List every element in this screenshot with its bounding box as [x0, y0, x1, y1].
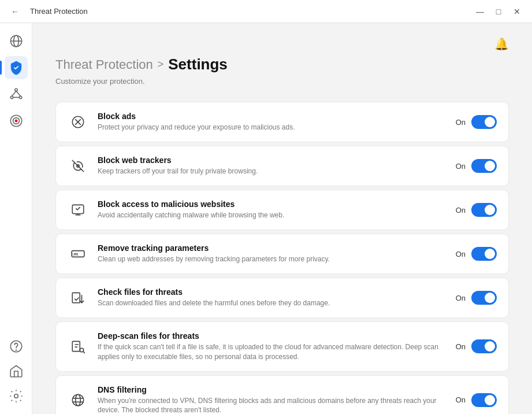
toggle-remove-tracking[interactable]	[471, 247, 497, 261]
svg-point-5	[19, 96, 21, 98]
sidebar-bottom	[5, 333, 28, 409]
home-icon	[9, 364, 24, 379]
setting-title-dns-filtering: DNS filtering	[98, 385, 447, 394]
setting-card-dns-filtering: DNS filtering When you're connected to V…	[55, 375, 509, 414]
window-controls: — □ ✕	[472, 3, 525, 20]
sidebar-item-shield[interactable]	[5, 56, 28, 79]
setting-control-check-files: On	[456, 291, 497, 305]
toggle-block-trackers[interactable]	[471, 159, 497, 173]
maximize-icon: □	[496, 7, 501, 16]
toggle-block-ads[interactable]	[471, 115, 497, 129]
block-malicious-icon	[68, 199, 88, 220]
block-trackers-icon	[68, 156, 88, 176]
setting-desc-dns-filtering: When you're connected to VPN, DNS filter…	[98, 396, 447, 414]
setting-card-deep-scan: Deep-scan files for threats If the quick…	[55, 321, 509, 372]
maximize-button[interactable]: □	[490, 3, 507, 20]
svg-point-24	[76, 394, 81, 406]
svg-point-23	[72, 394, 84, 406]
setting-title-check-files: Check files for threats	[98, 287, 447, 297]
breadcrumb-current: Settings	[168, 56, 228, 73]
app-body: 🔔 Threat Protection > Settings Customize…	[0, 23, 532, 414]
mesh-icon	[9, 87, 24, 102]
setting-card-block-trackers: Block web trackers Keep trackers off you…	[55, 146, 509, 186]
setting-title-deep-scan: Deep-scan files for threats	[98, 331, 447, 341]
setting-control-remove-tracking: On	[456, 247, 497, 261]
bell-icon[interactable]: 🔔	[494, 37, 509, 51]
breadcrumb: Threat Protection > Settings	[55, 56, 509, 73]
setting-info-dns-filtering: DNS filtering When you're connected to V…	[98, 385, 447, 414]
sidebar-item-target[interactable]	[5, 109, 28, 132]
toggle-slider-block-trackers	[471, 159, 497, 173]
svg-point-14	[14, 394, 18, 398]
breadcrumb-parent[interactable]: Threat Protection	[55, 57, 153, 72]
setting-title-block-trackers: Block web trackers	[98, 156, 447, 165]
toggle-slider-block-ads	[471, 115, 497, 129]
sidebar	[0, 23, 32, 414]
setting-info-block-ads: Block ads Protect your privacy and reduc…	[98, 112, 447, 132]
setting-status-deep-scan: On	[456, 342, 466, 351]
svg-point-13	[16, 350, 16, 350]
setting-status-remove-tracking: On	[456, 250, 466, 258]
minimize-button[interactable]: —	[472, 3, 488, 20]
sidebar-item-home[interactable]	[5, 360, 28, 383]
toggle-slider-block-malicious	[471, 203, 497, 217]
setting-status-dns-filtering: On	[456, 395, 466, 404]
svg-point-11	[15, 120, 17, 121]
block-ads-icon	[68, 112, 88, 132]
sidebar-item-mesh[interactable]	[5, 83, 28, 106]
setting-desc-block-trackers: Keep trackers off your trail for truly p…	[98, 167, 447, 176]
setting-control-block-trackers: On	[456, 159, 497, 173]
main-content: 🔔 Threat Protection > Settings Customize…	[32, 23, 532, 414]
svg-rect-21	[72, 342, 80, 352]
setting-status-block-ads: On	[456, 118, 466, 127]
sidebar-item-settings[interactable]	[5, 385, 28, 408]
globe-icon	[9, 34, 24, 49]
toggle-slider-remove-tracking	[471, 247, 497, 261]
setting-control-dns-filtering: On	[456, 393, 497, 407]
window-title: Threat Protection	[30, 7, 88, 16]
svg-point-4	[10, 96, 13, 98]
remove-tracking-icon: URL	[68, 243, 88, 264]
dns-filtering-icon	[68, 390, 88, 411]
breadcrumb-arrow: >	[158, 58, 164, 71]
setting-title-block-malicious: Block access to malicious websites	[98, 199, 447, 209]
target-icon	[9, 113, 24, 128]
sidebar-item-globe[interactable]	[5, 29, 28, 53]
setting-control-block-ads: On	[456, 115, 497, 129]
close-icon: ✕	[514, 7, 520, 16]
setting-card-remove-tracking: URL Remove tracking parameters Clean up …	[55, 234, 509, 274]
setting-card-block-malicious: Block access to malicious websites Avoid…	[55, 190, 509, 230]
svg-point-3	[14, 88, 17, 91]
setting-card-check-files: Check files for threats Scan downloaded …	[55, 278, 509, 318]
toggle-dns-filtering[interactable]	[471, 393, 497, 407]
toggle-check-files[interactable]	[471, 291, 497, 305]
setting-info-block-malicious: Block access to malicious websites Avoid…	[98, 199, 447, 220]
minimize-icon: —	[476, 7, 484, 16]
toggle-deep-scan[interactable]	[471, 339, 497, 353]
toggle-block-malicious[interactable]	[471, 203, 497, 217]
toggle-slider-check-files	[471, 291, 497, 305]
setting-card-block-ads: Block ads Protect your privacy and reduc…	[55, 102, 509, 142]
toggle-slider-dns-filtering	[471, 393, 497, 407]
close-button[interactable]: ✕	[509, 3, 525, 20]
setting-control-deep-scan: On	[456, 339, 497, 353]
svg-line-6	[12, 91, 16, 97]
setting-control-block-malicious: On	[456, 203, 497, 217]
setting-title-block-ads: Block ads	[98, 112, 447, 121]
svg-text:URL: URL	[72, 253, 79, 256]
setting-desc-check-files: Scan downloaded files and delete the har…	[98, 298, 447, 308]
help-icon	[9, 339, 24, 354]
settings-list: Block ads Protect your privacy and reduc…	[55, 102, 509, 414]
gear-icon	[9, 389, 24, 404]
page-subtitle: Customize your protection.	[55, 77, 509, 86]
sidebar-item-help[interactable]	[5, 335, 28, 358]
setting-title-remove-tracking: Remove tracking parameters	[98, 243, 447, 253]
setting-desc-block-ads: Protect your privacy and reduce your exp…	[98, 123, 447, 132]
shield-icon	[9, 60, 24, 75]
setting-desc-deep-scan: If the quick scan can't tell if a file i…	[98, 342, 447, 362]
back-button[interactable]: ←	[7, 3, 23, 20]
title-bar: ← Threat Protection — □ ✕	[0, 0, 532, 23]
setting-info-deep-scan: Deep-scan files for threats If the quick…	[98, 331, 447, 362]
setting-desc-block-malicious: Avoid accidentally catching malware whil…	[98, 210, 447, 220]
setting-status-block-trackers: On	[456, 162, 466, 171]
